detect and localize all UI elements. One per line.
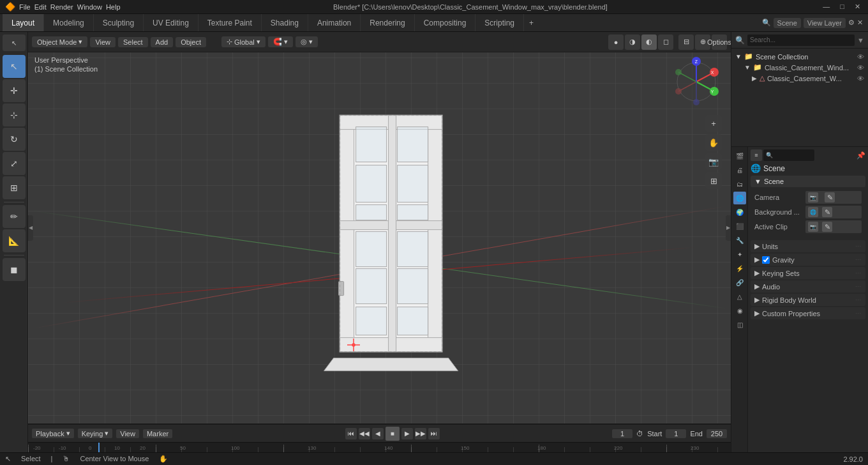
view-layer-dropdown[interactable]: View Layer (804, 18, 846, 28)
tab-scripting[interactable]: Scripting (475, 14, 524, 31)
nav-gizmo[interactable]: X Y Z (671, 56, 722, 107)
pan-btn[interactable]: ✋ (705, 134, 722, 151)
camera-value[interactable]: 📷 ✎ (805, 191, 862, 204)
tab-sculpting[interactable]: Sculpting (94, 14, 144, 31)
keying-menu[interactable]: Keying ▾ (78, 429, 113, 438)
viewport-shading-solid[interactable]: ● (608, 34, 624, 50)
physics-props-icon[interactable]: ⚡ (733, 262, 746, 275)
cursor-tool[interactable]: ✛ (3, 79, 26, 102)
render-props-icon[interactable]: 🎬 (733, 149, 746, 162)
texture-props-icon[interactable]: ◫ (733, 318, 746, 331)
outliner-search[interactable]: Search... (747, 34, 855, 46)
visibility-icon-1[interactable]: 👁 (857, 64, 864, 72)
tab-texture-paint[interactable]: Texture Paint (198, 14, 262, 31)
stop-btn[interactable]: ■ (385, 427, 400, 441)
outliner-options-icon[interactable]: ▼ (857, 36, 864, 44)
grid-btn[interactable]: ⊞ (705, 172, 722, 189)
transform-tool[interactable]: ⊞ (3, 176, 26, 199)
prop-list-icon[interactable]: ≡ (751, 149, 762, 161)
tab-uv-editing[interactable]: UV Editing (144, 14, 198, 31)
workspace-close-icon[interactable]: ✕ (857, 19, 863, 27)
select-tool[interactable]: ↖ (3, 55, 26, 78)
collection-item-1[interactable]: ▼ 📁 Classic_Casement_Wind... 👁 (734, 62, 865, 73)
viewport-shading-material[interactable]: ◑ (625, 34, 640, 50)
view-layer-props-icon[interactable]: 🗂 (733, 178, 746, 190)
view-menu-timeline[interactable]: View (116, 429, 139, 438)
proportional-edit-btn[interactable]: ◎ ▾ (296, 36, 318, 47)
jump-end-btn[interactable]: ⏭ (428, 428, 440, 439)
world-props-icon[interactable]: 🌍 (733, 206, 746, 218)
tab-shading[interactable]: Shading (262, 14, 308, 31)
viewport-shading-render[interactable]: ◐ (641, 34, 657, 50)
background-value[interactable]: 🌐 ✎ (805, 206, 862, 218)
render-menu[interactable]: Render (50, 3, 73, 11)
object-props-icon[interactable]: ⬛ (733, 220, 746, 232)
maximize-button[interactable]: □ (837, 3, 847, 11)
viewport-shading-wireframe[interactable]: ◻ (658, 34, 673, 50)
scene-props-icon[interactable]: 🌐 (733, 192, 746, 204)
move-tool[interactable]: ⊹ (3, 103, 26, 126)
active-clip-value[interactable]: 📷 ✎ (805, 220, 862, 233)
help-menu[interactable]: Help (106, 3, 121, 11)
scene-dropdown[interactable]: Scene (774, 18, 801, 28)
tab-animation[interactable]: Animation (308, 14, 361, 31)
playback-menu[interactable]: Playback ▾ (32, 429, 74, 438)
collection-root[interactable]: ▼ 📁 Scene Collection 👁 (734, 51, 865, 62)
object-menu-btn[interactable]: Object (176, 37, 206, 47)
jump-start-btn[interactable]: ⏮ (345, 428, 357, 439)
transform-space-btn[interactable]: ⊹ Global ▾ (221, 36, 266, 47)
gravity-checkbox[interactable] (762, 256, 770, 264)
modifier-props-icon[interactable]: 🔧 (733, 234, 746, 247)
collection-item-2[interactable]: ▶ △ Classic_Casement_W... 👁 (734, 73, 865, 84)
play-back-btn[interactable]: ◀ (372, 428, 384, 439)
add-menu-btn[interactable]: Add (151, 37, 174, 47)
tab-modeling[interactable]: Modeling (44, 14, 94, 31)
overlay-toggle-btn[interactable]: ⊟ (678, 34, 694, 50)
edit-menu[interactable]: Edit (34, 3, 47, 11)
visibility-icon[interactable]: 👁 (857, 53, 864, 61)
start-frame-input[interactable]: 1 (666, 429, 686, 438)
keying-sets-section[interactable]: ▶ Keying Sets ··· (751, 267, 865, 279)
particles-props-icon[interactable]: ✦ (733, 248, 746, 261)
camera-edit-icon[interactable]: ✎ (825, 192, 835, 202)
tab-rendering[interactable]: Rendering (361, 14, 414, 31)
scene-section-header[interactable]: ▼ Scene (751, 176, 865, 187)
file-menu[interactable]: File (19, 3, 31, 11)
prop-search-input[interactable]: 🔍 (763, 149, 814, 161)
left-panel-toggle[interactable]: ◀ (28, 215, 33, 241)
measure-tool[interactable]: 📐 (3, 229, 26, 252)
play-btn[interactable]: ▶ (401, 428, 413, 439)
scale-tool[interactable]: ⤢ (3, 152, 26, 175)
units-section[interactable]: ▶ Units ··· (751, 240, 865, 252)
current-frame-input[interactable]: 1 (612, 429, 632, 438)
frame-scrubber[interactable]: -20 -10 0 10 20 50 100 130 140 150 180 2… (28, 442, 731, 452)
gravity-section[interactable]: ▶ Gravity ··· (751, 254, 865, 266)
zoom-in-btn[interactable]: + (705, 115, 722, 132)
annotate-tool[interactable]: ✏ (3, 205, 26, 228)
constraints-props-icon[interactable]: 🔗 (733, 276, 746, 289)
object-data-props-icon[interactable]: △ (733, 290, 746, 303)
camera-btn[interactable]: 📷 (705, 153, 722, 170)
window-menu[interactable]: Window (77, 3, 102, 11)
select-menu-btn[interactable]: Select (118, 37, 148, 47)
rotate-tool[interactable]: ↻ (3, 128, 26, 151)
background-edit-icon[interactable]: ✎ (822, 207, 832, 217)
custom-properties-section[interactable]: ▶ Custom Properties ··· (751, 307, 865, 319)
view-menu-btn[interactable]: View (90, 37, 116, 47)
visibility-icon-2[interactable]: 👁 (857, 75, 864, 82)
rigid-body-world-section[interactable]: ▶ Rigid Body World ··· (751, 294, 865, 306)
minimize-button[interactable]: — (820, 3, 832, 11)
close-button[interactable]: ✕ (852, 3, 863, 11)
add-workspace-button[interactable]: + (524, 14, 539, 31)
audio-section[interactable]: ▶ Audio ··· (751, 280, 865, 293)
viewport[interactable]: Object Mode ▾ View Select Add Object ⊹ G… (28, 32, 731, 423)
snap-btn[interactable]: 🧲 ▾ (268, 36, 293, 47)
tab-compositing[interactable]: Compositing (415, 14, 476, 31)
tab-layout[interactable]: Layout (3, 14, 44, 31)
step-back-btn[interactable]: ◀◀ (359, 428, 370, 439)
active-clip-edit-icon[interactable]: ✎ (822, 222, 832, 232)
step-fwd-btn[interactable]: ▶▶ (415, 428, 426, 439)
mode-selector-btn[interactable]: Object Mode ▾ (32, 36, 87, 47)
end-frame-input[interactable]: 250 (707, 429, 727, 438)
prop-pin-icon[interactable]: 📌 (857, 151, 865, 160)
